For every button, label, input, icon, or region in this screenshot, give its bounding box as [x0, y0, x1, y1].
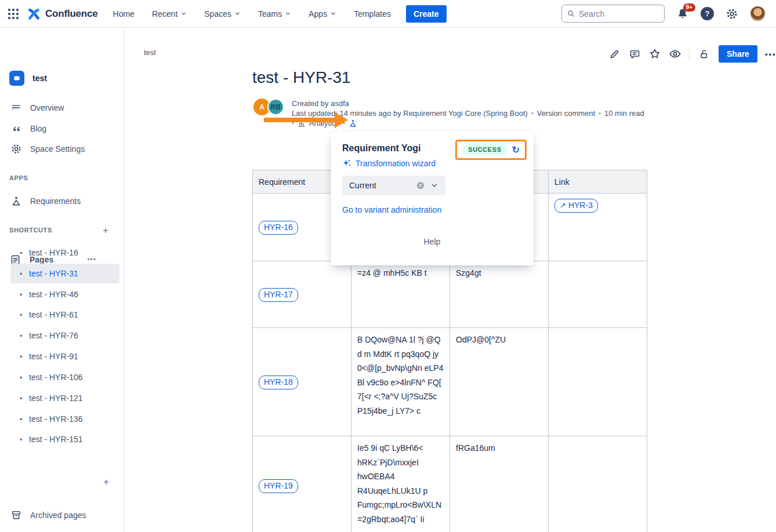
status-badge: SUCCESS	[462, 144, 507, 155]
transformation-wizard-link[interactable]: Transformation wizard	[342, 159, 522, 168]
align-left-icon	[10, 102, 22, 114]
requirement-lozenge[interactable]: HYR-16	[259, 221, 298, 235]
table-row: HYR-17 =z4 @ mhH5c KB t Szg4gt	[253, 261, 647, 328]
requirement-yogi-popup: Requirement Yogi Transformation wizard C…	[331, 132, 534, 265]
north-east-arrow-icon: ↗	[560, 202, 566, 209]
page-title: test - HYR-31	[252, 68, 351, 87]
add-shortcut-button[interactable]: +	[100, 225, 111, 236]
sidebar-page-hyr-136[interactable]: test - HYR-136	[10, 409, 119, 429]
nav-home[interactable]: Home	[113, 9, 135, 19]
star-icon	[648, 48, 661, 60]
primary-nav: Home Recent Spaces Teams Apps Templates	[113, 9, 391, 19]
byline-text: Created by asdfa Last updated: 14 minute…	[292, 99, 644, 128]
sidebar-page-hyr-61[interactable]: test - HYR-61	[10, 305, 119, 325]
search-icon	[567, 9, 575, 18]
gear-icon	[10, 143, 22, 155]
quote-icon	[10, 123, 22, 134]
restrictions-button[interactable]	[696, 46, 711, 61]
help-link[interactable]: Help	[331, 237, 534, 246]
requirement-lozenge[interactable]: HYR-18	[259, 376, 298, 389]
favorite-button[interactable]	[647, 46, 662, 61]
byline: A RB Created by asdfa Last updated: 14 m…	[253, 99, 644, 128]
sidebar-page-hyr-106[interactable]: test - HYR-106	[10, 367, 119, 387]
more-actions-button[interactable]: •••	[765, 50, 776, 59]
annotation-success-box: SUCCESS ↻	[455, 140, 527, 160]
requirement-lozenge[interactable]: HYR-17	[259, 288, 298, 302]
sidebar-page-hyr-151[interactable]: test - HYR-151	[10, 429, 119, 449]
confluence-logo-icon	[27, 6, 41, 21]
space-name: test	[32, 74, 47, 83]
sidebar-page-hyr-121[interactable]: test - HYR-121	[10, 388, 119, 408]
nav-spaces[interactable]: Spaces	[204, 9, 241, 19]
requirement-lozenge[interactable]: HYR-19	[259, 479, 298, 493]
refresh-icon[interactable]: ↻	[512, 145, 520, 155]
search-input[interactable]	[579, 9, 648, 19]
eye-icon	[669, 48, 681, 60]
table-row: HYR-19 Ie5 9i qC LyBH\6< hRKz`PjD\mxxjeI…	[253, 436, 647, 532]
read-time: 10 min read	[604, 108, 644, 118]
link-lozenge[interactable]: ↗HYR-3	[554, 199, 598, 213]
requirement-yogi-icon	[10, 195, 22, 207]
chevron-down-icon	[234, 10, 241, 17]
chevron-down-icon[interactable]	[430, 181, 438, 190]
sidebar-page-hyr-16[interactable]: test - HYR-16	[10, 243, 119, 263]
requirement-yogi-icon[interactable]	[349, 119, 357, 127]
chevron-down-icon	[180, 10, 187, 17]
shortcuts-section-label: SHORTCUTS	[9, 227, 52, 234]
sidebar-page-hyr-76[interactable]: test - HYR-76	[10, 326, 119, 345]
analytics-chart-icon	[298, 119, 306, 127]
sidebar-page-hyr-31[interactable]: test - HYR-31	[10, 264, 119, 283]
nav-teams[interactable]: Teams	[258, 9, 291, 19]
comment-button[interactable]	[627, 46, 642, 61]
space-header[interactable]: test	[9, 71, 47, 86]
avatar[interactable]: RB	[267, 99, 284, 115]
gear-icon	[726, 8, 738, 20]
nav-recent[interactable]: Recent	[152, 9, 187, 19]
sidebar: test Overview Blog Space Settings APPS R…	[0, 28, 124, 532]
version-comment[interactable]: Version comment	[537, 108, 595, 118]
sidebar-item-blog[interactable]: Blog	[0, 119, 124, 139]
product-name: Confluence	[45, 8, 98, 20]
settings-button[interactable]	[726, 8, 738, 20]
top-navigation: Confluence Home Recent Spaces Teams Apps…	[0, 0, 776, 28]
last-updated[interactable]: Last updated: 14 minutes ago by Requirem…	[292, 108, 528, 118]
edit-button[interactable]	[607, 46, 622, 61]
search-box[interactable]	[561, 5, 665, 23]
watch-button[interactable]	[668, 46, 683, 61]
clear-icon[interactable]	[416, 181, 425, 190]
apps-section-label: APPS	[9, 174, 28, 181]
page-actions: Share •••	[607, 45, 776, 63]
table-row: HYR-18 B DQow@NA 1l ?j @Q d m MdtK rt pq…	[253, 328, 647, 436]
comment-icon	[629, 48, 641, 60]
sidebar-item-requirements[interactable]: Requirements	[0, 191, 124, 211]
add-page-button[interactable]: +	[101, 477, 111, 487]
app-switcher-icon[interactable]	[8, 9, 19, 19]
help-button[interactable]: ?	[701, 7, 714, 20]
confluence-logo[interactable]: Confluence	[27, 6, 98, 21]
space-icon	[9, 71, 24, 86]
nav-apps[interactable]: Apps	[309, 9, 336, 19]
sidebar-item-overview[interactable]: Overview	[0, 98, 124, 118]
variant-select[interactable]: Current	[342, 176, 445, 195]
share-button[interactable]: Share	[719, 45, 757, 63]
profile-button[interactable]	[750, 6, 766, 21]
byline-avatars: A RB	[253, 99, 286, 116]
sidebar-page-hyr-91[interactable]: test - HYR-91	[10, 347, 119, 366]
sparkle-icon	[342, 159, 351, 168]
breadcrumb[interactable]: test	[144, 48, 156, 57]
chevron-down-icon	[330, 10, 336, 17]
sidebar-page-hyr-46[interactable]: test - HYR-46	[10, 285, 119, 304]
divider	[689, 48, 690, 60]
unlock-icon	[698, 48, 710, 60]
nav-templates[interactable]: Templates	[354, 9, 391, 19]
create-button[interactable]: Create	[406, 5, 447, 23]
archive-box-icon	[10, 509, 22, 521]
variant-administration-link[interactable]: Go to variant administration	[342, 205, 522, 214]
column-header-link: Link	[549, 170, 647, 194]
archived-pages-button[interactable]: Archived pages	[0, 506, 124, 524]
notifications-button[interactable]: 9+	[676, 8, 689, 20]
chevron-down-icon	[285, 10, 291, 17]
created-by: Created by asdfa	[292, 99, 349, 108]
sidebar-item-space-settings[interactable]: Space Settings	[0, 139, 124, 159]
pencil-icon	[608, 48, 621, 60]
